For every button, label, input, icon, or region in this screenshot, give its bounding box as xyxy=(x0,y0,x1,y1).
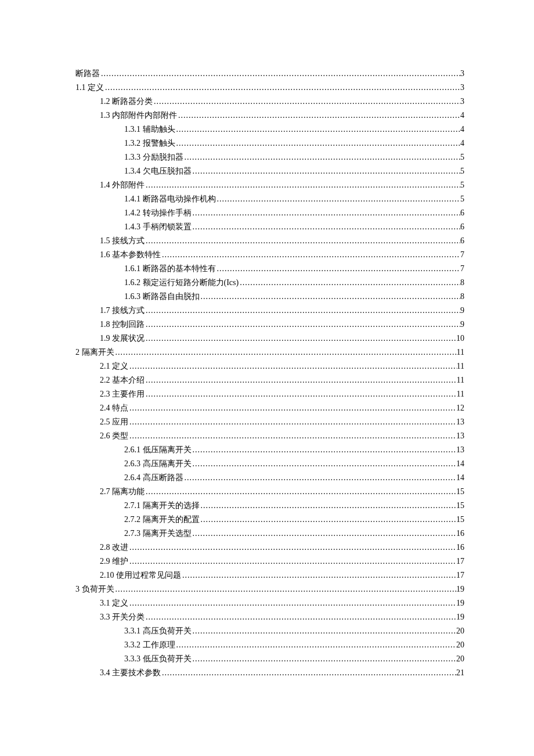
toc-page-number: 16 xyxy=(456,527,464,541)
toc-label: 1.6.1 断路器的基本特性有 xyxy=(124,262,216,276)
toc-leader xyxy=(145,178,460,192)
toc-leader xyxy=(192,164,461,178)
toc-entry[interactable]: 2.5 应用13 xyxy=(75,415,464,429)
toc-leader xyxy=(128,401,456,415)
toc-page-number: 4 xyxy=(460,109,464,123)
toc-entry[interactable]: 1.4.3 手柄闭锁装置6 xyxy=(75,220,464,234)
toc-entry[interactable]: 2.8 改进16 xyxy=(75,541,464,555)
toc-entry[interactable]: 2.7.1 隔离开关的选择15 xyxy=(75,499,464,513)
toc-entry[interactable]: 2 隔离开关11 xyxy=(75,345,464,359)
toc-entry[interactable]: 3.1 定义19 xyxy=(75,596,464,610)
toc-entry[interactable]: 1.3.1 辅助触头4 xyxy=(75,123,464,136)
toc-page-number: 14 xyxy=(456,457,464,471)
toc-entry[interactable]: 1.7 接线方式9 xyxy=(75,304,464,318)
toc-entry[interactable]: 1.6.3 断路器自由脱扣8 xyxy=(75,290,464,304)
toc-entry[interactable]: 2.4 特点12 xyxy=(75,401,464,415)
toc-entry[interactable]: 1.4.1 断路器电动操作机构5 xyxy=(75,192,464,206)
toc-entry[interactable]: 1.3.2 报警触头4 xyxy=(75,136,464,150)
toc-page-number: 17 xyxy=(456,555,464,568)
toc-label: 2.6.3 高压隔离开关 xyxy=(124,457,192,471)
toc-leader xyxy=(145,387,457,401)
toc-leader xyxy=(145,304,460,318)
toc-entry[interactable]: 2.6 类型13 xyxy=(75,429,464,443)
toc-entry[interactable]: 1.3.4 欠电压脱扣器5 xyxy=(75,164,464,178)
toc-label: 2.10 使用过程常见问题 xyxy=(100,568,181,582)
toc-label: 3.3.3 低压负荷开关 xyxy=(124,652,192,666)
toc-label: 1.4.1 断路器电动操作机构 xyxy=(124,192,216,206)
toc-entry[interactable]: 2.2 基本介绍11 xyxy=(75,373,464,387)
toc-entry[interactable]: 1.1 定义3 xyxy=(75,81,464,95)
toc-label: 2.8 改进 xyxy=(100,541,128,555)
toc-entry[interactable]: 3.3.1 高压负荷开关20 xyxy=(75,624,464,638)
toc-entry[interactable]: 1.9 发展状况10 xyxy=(75,332,464,345)
toc-label: 2.6.1 低压隔离开关 xyxy=(124,443,192,457)
toc-entry[interactable]: 1.4 外部附件5 xyxy=(75,178,464,192)
toc-page-number: 11 xyxy=(457,387,464,401)
toc-entry[interactable]: 2.7.3 隔离开关选型16 xyxy=(75,527,464,541)
toc-entry[interactable]: 2.9 维护17 xyxy=(75,555,464,568)
toc-page-number: 7 xyxy=(460,262,464,276)
toc-leader xyxy=(183,471,457,485)
toc-entry[interactable]: 2.7 隔离功能15 xyxy=(75,485,464,499)
toc-leader xyxy=(161,248,460,262)
toc-leader xyxy=(216,262,461,276)
toc-entry[interactable]: 3.3.3 低压负荷开关20 xyxy=(75,652,464,666)
toc-page-number: 6 xyxy=(460,220,464,234)
toc-page-number: 4 xyxy=(460,136,464,150)
toc-page-number: 8 xyxy=(460,276,464,290)
toc-label: 3.4 主要技术参数 xyxy=(100,666,161,680)
toc-leader xyxy=(114,582,457,596)
toc-entry[interactable]: 2.3 主要作用11 xyxy=(75,387,464,401)
toc-page-number: 7 xyxy=(460,248,464,262)
toc-label: 1.3.1 辅助触头 xyxy=(124,123,175,136)
toc-leader xyxy=(145,234,460,248)
toc-leader xyxy=(128,555,456,568)
toc-leader xyxy=(239,276,460,290)
toc-leader xyxy=(128,415,456,429)
toc-label: 2.3 主要作用 xyxy=(100,387,145,401)
toc-page-number: 15 xyxy=(456,513,464,527)
toc-entry[interactable]: 2.7.2 隔离开关的配置15 xyxy=(75,513,464,527)
toc-label: 2.5 应用 xyxy=(100,415,128,429)
toc-page-number: 8 xyxy=(460,290,464,304)
toc-entry[interactable]: 1.3 内部附件内部附件4 xyxy=(75,109,464,123)
toc-entry[interactable]: 3.4 主要技术参数21 xyxy=(75,666,464,680)
toc-entry[interactable]: 1.8 控制回路9 xyxy=(75,318,464,332)
toc-entry[interactable]: 2.6.1 低压隔离开关13 xyxy=(75,443,464,457)
toc-label: 2 隔离开关 xyxy=(75,345,114,359)
toc-entry[interactable]: 1.6.1 断路器的基本特性有7 xyxy=(75,262,464,276)
toc-entry[interactable]: 1.5 接线方式6 xyxy=(75,234,464,248)
toc-entry[interactable]: 1.2 断路器分类3 xyxy=(75,95,464,109)
toc-entry[interactable]: 3.3 开关分类19 xyxy=(75,610,464,624)
toc-entry[interactable]: 2.6.3 高压隔离开关14 xyxy=(75,457,464,471)
toc-entry[interactable]: 2.6.4 高压断路器14 xyxy=(75,471,464,485)
toc-label: 3.3 开关分类 xyxy=(100,610,145,624)
toc-page-number: 11 xyxy=(457,359,464,373)
toc-label: 1.7 接线方式 xyxy=(100,304,145,318)
toc-page-number: 20 xyxy=(456,652,464,666)
toc-entry[interactable]: 1.3.3 分励脱扣器5 xyxy=(75,150,464,164)
toc-label: 2.7.3 隔离开关选型 xyxy=(124,527,192,541)
toc-page-number: 5 xyxy=(460,192,464,206)
toc-page-number: 16 xyxy=(456,541,464,555)
toc-entry[interactable]: 3 负荷开关19 xyxy=(75,582,464,596)
toc-entry[interactable]: 1.6.2 额定运行短路分断能力(Ics)8 xyxy=(75,276,464,290)
toc-page-number: 3 xyxy=(460,95,464,109)
toc-leader xyxy=(114,345,457,359)
toc-label: 2.1 定义 xyxy=(100,359,128,373)
toc-entry[interactable]: 2.1 定义11 xyxy=(75,359,464,373)
toc-label: 1.3.2 报警触头 xyxy=(124,136,175,150)
toc-page-number: 3 xyxy=(460,67,464,81)
toc-leader xyxy=(192,220,461,234)
toc-label: 1.9 发展状况 xyxy=(100,332,145,345)
toc-leader xyxy=(161,666,456,680)
toc-entry[interactable]: 2.10 使用过程常见问题17 xyxy=(75,568,464,582)
toc-entry[interactable]: 1.4.2 转动操作手柄6 xyxy=(75,206,464,220)
toc-leader xyxy=(175,123,461,136)
toc-entry[interactable]: 断路器3 xyxy=(75,67,464,81)
toc-page-number: 12 xyxy=(456,401,464,415)
toc-leader xyxy=(216,192,461,206)
toc-entry[interactable]: 1.6 基本参数特性7 xyxy=(75,248,464,262)
toc-label: 2.6 类型 xyxy=(100,429,128,443)
toc-entry[interactable]: 3.3.2 工作原理20 xyxy=(75,638,464,652)
